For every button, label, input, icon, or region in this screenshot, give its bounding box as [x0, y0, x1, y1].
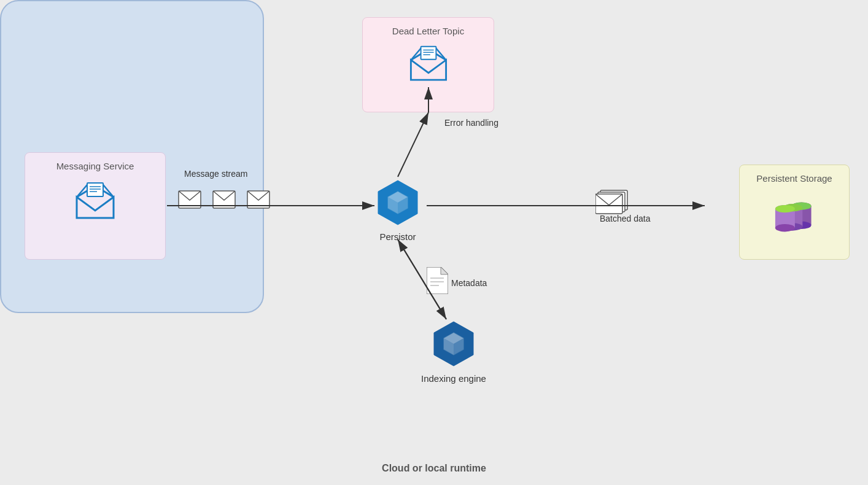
diagram-container: Messaging Service Dead Letter Topic: [0, 0, 868, 485]
message-stream-label: Message stream: [184, 169, 247, 179]
svg-rect-1: [87, 183, 103, 196]
svg-point-21: [775, 204, 795, 212]
svg-marker-0: [77, 197, 114, 218]
persistent-storage-icon: [770, 190, 819, 239]
persistor-label: Persistor: [379, 231, 416, 242]
error-handling-arrow: [398, 112, 428, 177]
dead-letter-label: Dead Letter Topic: [392, 25, 464, 37]
batched-data-label: Batched data: [600, 214, 651, 223]
cloud-runtime-label: Cloud or local runtime: [0, 463, 868, 474]
persistor-node: Persistor: [373, 178, 422, 242]
dead-letter-icon: [407, 44, 450, 82]
persistent-storage-box: Persistent Storage: [739, 165, 850, 260]
metadata-icon-area: [427, 267, 448, 297]
batched-envelopes: [595, 189, 632, 217]
indexing-engine-icon: [429, 319, 478, 371]
svg-point-18: [775, 224, 795, 231]
indexing-engine-label: Indexing engine: [421, 373, 486, 385]
persistor-icon: [373, 178, 422, 230]
messaging-service-label: Messaging Service: [56, 160, 134, 173]
envelope-icon-2: [212, 190, 236, 209]
persistent-storage-label: Persistent Storage: [756, 173, 832, 185]
error-handling-label: Error handling: [444, 118, 498, 128]
messaging-service-icon: [74, 180, 117, 220]
svg-marker-5: [411, 60, 446, 79]
svg-marker-39: [441, 267, 448, 274]
message-stream-envelopes: [178, 190, 270, 209]
metadata-document-icon: [427, 267, 448, 294]
dead-letter-topic-box: Dead Letter Topic: [362, 17, 494, 112]
batched-data-icon: [595, 189, 632, 217]
envelope-icon-3: [247, 190, 270, 209]
messaging-service-box: Messaging Service: [25, 152, 166, 260]
indexing-engine-node: Indexing engine: [421, 319, 486, 385]
envelope-icon-1: [178, 190, 201, 209]
metadata-label: Metadata: [451, 278, 487, 288]
svg-rect-6: [420, 46, 436, 59]
